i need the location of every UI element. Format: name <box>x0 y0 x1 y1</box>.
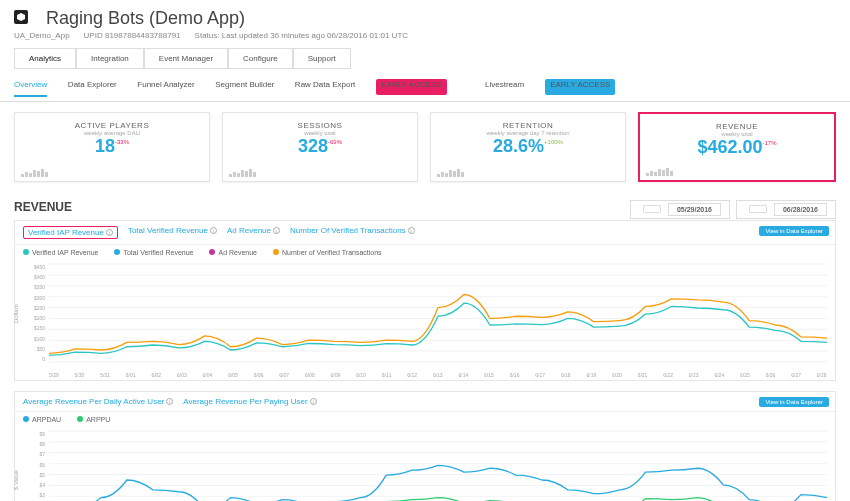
nav-configure[interactable]: Configure <box>228 48 293 69</box>
top-nav: Analytics Integration Event Manager Conf… <box>14 48 836 69</box>
info-icon[interactable]: i <box>166 398 173 405</box>
arpu-plot <box>49 431 827 501</box>
info-icon[interactable]: i <box>106 229 113 236</box>
unity-logo <box>14 10 28 24</box>
card-pct: +100% <box>544 139 563 145</box>
card-title: SESSIONS <box>229 121 411 130</box>
subnav-funnel[interactable]: Funnel Analyzer <box>137 80 194 95</box>
legend-item[interactable]: Number of Verified Transactions <box>273 249 382 256</box>
revenue-plot <box>49 264 827 362</box>
legend-item[interactable]: Total Verified Revenue <box>114 249 193 256</box>
metric-card-retention[interactable]: RETENTION weekly average day 7 retention… <box>430 112 626 182</box>
view-explorer-button[interactable]: View in Data Explorer <box>759 226 829 236</box>
card-pct: -33% <box>115 139 129 145</box>
legend-dot <box>209 249 215 255</box>
chart-tab[interactable]: Ad Revenuei <box>227 226 280 239</box>
subnav-livestream[interactable]: LivestreamEARLY ACCESS <box>485 79 633 101</box>
nav-event-manager[interactable]: Event Manager <box>144 48 228 69</box>
calendar-icon <box>749 205 767 213</box>
early-access-badge: EARLY ACCESS <box>545 79 615 95</box>
section-title: REVENUE <box>14 200 72 214</box>
legend-item[interactable]: ARPPU <box>77 416 110 423</box>
chart-tab[interactable]: Total Verified Revenuei <box>128 226 217 239</box>
date-to[interactable]: 06/28/2016 <box>736 200 836 219</box>
calendar-icon <box>643 205 661 213</box>
card-value: 328 <box>298 136 328 156</box>
date-range: 05/29/2016 06/28/2016 <box>626 200 836 219</box>
subnav-overview[interactable]: Overview <box>14 80 47 97</box>
chart-tab[interactable]: Average Revenue Per Paying Useri <box>183 397 316 406</box>
subnav-data-explorer[interactable]: Data Explorer <box>68 80 117 95</box>
sparkline <box>229 165 256 177</box>
date-from[interactable]: 05/29/2016 <box>630 200 730 219</box>
legend-dot <box>23 249 29 255</box>
sub-nav: Overview Data Explorer Funnel Analyzer S… <box>0 73 850 102</box>
sparkline <box>437 165 464 177</box>
chart-tab[interactable]: Verified IAP Revenuei <box>23 226 118 239</box>
info-icon[interactable]: i <box>408 227 415 234</box>
early-access-badge: EARLY ACCESS <box>376 79 446 95</box>
card-pct: -17% <box>763 140 777 146</box>
legend-dot <box>273 249 279 255</box>
sparkline <box>21 165 48 177</box>
legend-dot <box>114 249 120 255</box>
card-title: ACTIVE PLAYERS <box>21 121 203 130</box>
card-title: REVENUE <box>646 122 828 131</box>
legend-item[interactable]: ARPDAU <box>23 416 61 423</box>
chart-revenue: View in Data Explorer Verified IAP Reven… <box>14 220 836 381</box>
upid-label: UPID 81987884483788791 <box>84 31 181 40</box>
app-title: Raging Bots (Demo App) <box>46 8 245 29</box>
y-axis-label: $ Value <box>13 470 19 490</box>
card-pct: -69% <box>328 139 342 145</box>
chart-tab[interactable]: Average Revenue Per Daily Active Useri <box>23 397 173 406</box>
chart-arpu: View in Data Explorer Average Revenue Pe… <box>14 391 836 501</box>
status-text: Status: Last updated 36 minutes ago 06/2… <box>195 31 408 40</box>
sparkline <box>646 164 673 176</box>
card-value: $462.00 <box>697 137 762 157</box>
metric-card-active-players[interactable]: ACTIVE PLAYERS weekly average DAU 18-33% <box>14 112 210 182</box>
chart-tab[interactable]: Number Of Verified Transactionsi <box>290 226 415 239</box>
metric-card-revenue[interactable]: REVENUE weekly total $462.00-17% <box>638 112 836 182</box>
legend-dot <box>77 416 83 422</box>
info-icon[interactable]: i <box>210 227 217 234</box>
info-icon[interactable]: i <box>310 398 317 405</box>
nav-analytics[interactable]: Analytics <box>14 48 76 69</box>
legend-dot <box>23 416 29 422</box>
info-icon[interactable]: i <box>273 227 280 234</box>
subnav-segment[interactable]: Segment Builder <box>215 80 274 95</box>
card-title: RETENTION <box>437 121 619 130</box>
y-axis-label: Dollars <box>13 304 19 323</box>
legend-item[interactable]: Ad Revenue <box>209 249 257 256</box>
nav-support[interactable]: Support <box>293 48 351 69</box>
legend-item[interactable]: Verified IAP Revenue <box>23 249 98 256</box>
nav-integration[interactable]: Integration <box>76 48 144 69</box>
view-explorer-button[interactable]: View in Data Explorer <box>759 397 829 407</box>
card-value: 28.6% <box>493 136 544 156</box>
metric-card-sessions[interactable]: SESSIONS weekly total 328-69% <box>222 112 418 182</box>
card-value: 18 <box>95 136 115 156</box>
project-name: UA_Demo_App <box>14 31 70 40</box>
subnav-raw-data[interactable]: Raw Data ExportEARLY ACCESS <box>295 79 465 101</box>
